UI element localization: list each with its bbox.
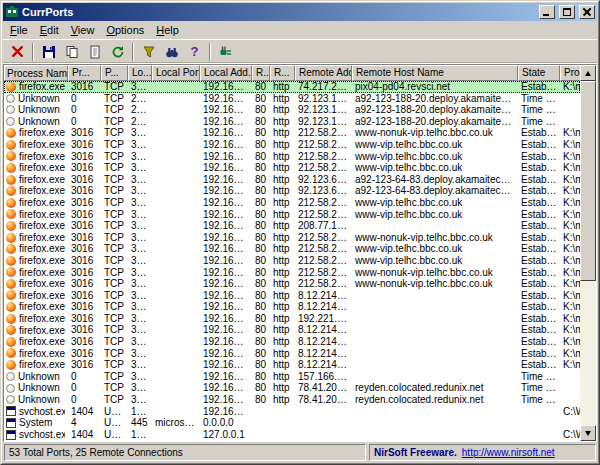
table-row[interactable]: firefox.exe3016TCP3098192.168.1.280http8… [4, 301, 580, 313]
table-row[interactable]: firefox.exe3016TCP3129192.168.1.280http2… [4, 267, 580, 279]
column-header-10[interactable]: State [518, 65, 560, 81]
column-header-row: Process NamePr...P...Lo...Local Port...L… [4, 65, 580, 81]
table-row[interactable]: firefox.exe3016TCP3104192.168.1.280http2… [4, 162, 580, 174]
table-row[interactable]: firefox.exe3016TCP3112192.168.1.280http2… [4, 151, 580, 163]
cell-raddr: 212.58.251... [295, 151, 352, 163]
plug-icon[interactable] [214, 41, 237, 63]
table-row[interactable]: firefox.exe3016TCP3091192.168.1.280http8… [4, 348, 580, 360]
table-row[interactable]: System4UDP445microsoft-ds0.0.0.0 [4, 417, 580, 429]
table-row[interactable]: firefox.exe3016TCP3128192.168.1.280http2… [4, 255, 580, 267]
scroll-thumb[interactable] [580, 81, 596, 281]
firefox-process-icon [6, 256, 16, 266]
cell-path: K:\mp [560, 127, 580, 139]
save-icon[interactable] [37, 41, 60, 63]
cell-raddr: 212.58.251... [295, 197, 352, 209]
scroll-up-button[interactable] [580, 65, 596, 81]
cell-process: firefox.exe [4, 174, 68, 186]
table-row[interactable]: Unknown0TCP3028192.168.1.280http78.41.20… [4, 382, 580, 394]
table-row[interactable]: svchost.exe1404UDP1900192.168.1.2C:\WI [4, 406, 580, 418]
cell-rport: 80 [252, 394, 270, 406]
column-header-1[interactable]: Pr... [68, 65, 101, 81]
filter-icon[interactable] [137, 41, 160, 63]
scroll-down-button[interactable] [580, 425, 596, 441]
close-button[interactable] [579, 5, 595, 19]
minimize-button[interactable] [539, 5, 555, 19]
cell-state: Time Wait [518, 371, 560, 383]
table-row[interactable]: svchost.exe1404UDP1900127.0.0.1C:\WI [4, 429, 580, 441]
table-row[interactable]: Unknown0TCP2998192.168.1.280http92.123.1… [4, 116, 580, 128]
table-row[interactable]: firefox.exe3016TCP3099192.168.1.280http1… [4, 313, 580, 325]
title-bar[interactable]: CurrPorts [3, 3, 597, 21]
menu-item-edit[interactable]: Edit [34, 22, 65, 38]
unknown-process-icon [6, 105, 15, 114]
close-connection-icon[interactable] [6, 41, 29, 63]
refresh-icon[interactable] [106, 41, 129, 63]
cell-state: Established [518, 220, 560, 232]
cell-process: firefox.exe [4, 232, 68, 244]
table-row[interactable]: Unknown0TCP2987192.168.1.280http92.123.1… [4, 93, 580, 105]
cell-pid: 3016 [68, 313, 101, 325]
table-row[interactable]: firefox.exe3016TCP3115192.168.1.280http2… [4, 197, 580, 209]
nirsoft-website-link[interactable]: http://www.nirsoft.net [462, 447, 555, 458]
table-row[interactable]: firefox.exe3016TCP3117192.168.1.280http7… [4, 81, 580, 93]
table-row[interactable]: firefox.exe3016TCP3130192.168.1.280http2… [4, 278, 580, 290]
table-row[interactable]: Unknown0TCP2997192.168.1.280http92.123.1… [4, 104, 580, 116]
table-row[interactable]: firefox.exe3016TCP3090192.168.1.280http8… [4, 336, 580, 348]
cell-process: Unknown [4, 116, 68, 128]
cell-rportname: http [270, 359, 295, 371]
table-row[interactable]: firefox.exe3016TCP3103192.168.1.280http2… [4, 127, 580, 139]
menu-item-view[interactable]: View [65, 22, 101, 38]
column-header-8[interactable]: Remote Add... [295, 65, 352, 81]
menu-item-file[interactable]: File [4, 22, 34, 38]
scroll-track[interactable] [580, 81, 596, 425]
cell-lport: 3114 [128, 174, 152, 186]
copy-icon[interactable] [60, 41, 83, 63]
cell-rhost: www-vip.telhc.bbc.co.uk [352, 139, 518, 151]
table-row[interactable]: firefox.exe3016TCP3086192.168.1.280http8… [4, 324, 580, 336]
cell-pid: 0 [68, 116, 101, 128]
cell-proto: TCP [101, 371, 128, 383]
table-row[interactable]: firefox.exe3016TCP3114192.168.1.280http9… [4, 174, 580, 186]
maximize-icon [563, 8, 571, 16]
table-row[interactable]: Unknown0TCP3071192.168.1.280http157.166.… [4, 371, 580, 383]
cell-lportname [152, 127, 200, 139]
find-icon[interactable] [160, 41, 183, 63]
process-name-text: firefox.exe [19, 81, 65, 93]
help-icon[interactable]: ? [183, 41, 206, 63]
column-header-4[interactable]: Local Port... [152, 65, 200, 81]
maximize-button[interactable] [559, 5, 575, 19]
menu-item-options[interactable]: Options [100, 22, 150, 38]
cell-lportname [152, 267, 200, 279]
cell-pid: 3016 [68, 139, 101, 151]
table-row[interactable]: firefox.exe3016TCP3092192.168.1.280http8… [4, 359, 580, 371]
menu-item-help[interactable]: Help [150, 22, 185, 38]
table-row[interactable]: firefox.exe3016TCP3127192.168.1.280http2… [4, 243, 580, 255]
table-row[interactable]: firefox.exe3016TCP3111192.168.1.280http2… [4, 139, 580, 151]
table-row[interactable]: Unknown0TCP3077192.168.1.280http78.41.20… [4, 394, 580, 406]
table-row[interactable]: firefox.exe3016TCP3116192.168.1.280http2… [4, 209, 580, 221]
column-header-3[interactable]: Lo... [128, 65, 152, 81]
column-header-0[interactable]: Process Name [4, 65, 68, 81]
cell-path [560, 417, 580, 429]
process-name-text: Unknown [18, 93, 60, 105]
table-row[interactable]: firefox.exe3016TCP3122192.168.1.280http2… [4, 220, 580, 232]
column-header-5[interactable]: Local Add... [200, 65, 252, 81]
column-header-7[interactable]: R... [270, 65, 295, 81]
column-header-2[interactable]: P... [101, 65, 128, 81]
process-name-text: firefox.exe [19, 278, 65, 290]
cell-laddr: 192.168.1.2 [200, 267, 252, 279]
table-row[interactable]: firefox.exe3016TCP3113192.168.1.280http9… [4, 185, 580, 197]
properties-icon[interactable] [83, 41, 106, 63]
process-name-text: firefox.exe [19, 174, 65, 186]
table-row[interactable]: firefox.exe3016TCP3093192.168.1.280http8… [4, 290, 580, 302]
table-row[interactable]: firefox.exe3016TCP3123192.168.1.280http2… [4, 232, 580, 244]
cell-rport: 80 [252, 139, 270, 151]
cell-proto: TCP [101, 162, 128, 174]
firefox-process-icon [6, 360, 16, 370]
vertical-scrollbar[interactable] [580, 65, 596, 441]
cell-pid: 3016 [68, 174, 101, 186]
column-header-6[interactable]: R... [252, 65, 270, 81]
column-header-11[interactable]: Proces... [560, 65, 580, 81]
column-header-9[interactable]: Remote Host Name [352, 65, 518, 81]
cell-process: firefox.exe [4, 209, 68, 221]
